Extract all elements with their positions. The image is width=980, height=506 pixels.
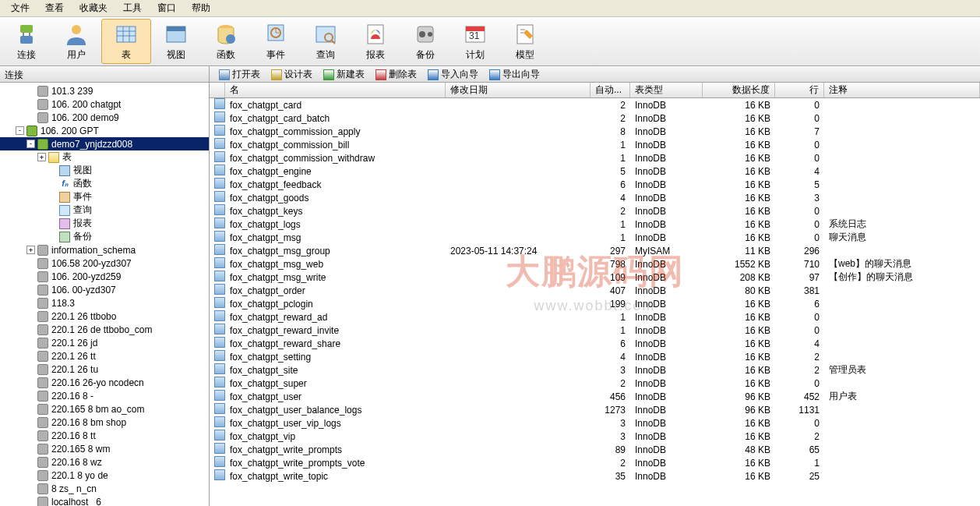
column-header[interactable]: 注释 — [824, 83, 980, 97]
table-row[interactable]: fox_chatgpt_write_prompts_vote2InnoDB16 … — [210, 456, 980, 469]
table-row[interactable]: fox_chatgpt_msg1InnoDB16 KB0聊天消息 — [210, 231, 980, 244]
tree-item[interactable]: +表 — [0, 150, 209, 164]
tree-item[interactable]: 220.16 8 tt — [0, 429, 209, 442]
toolbar-连接[interactable]: 连接 — [2, 19, 51, 64]
tree-item[interactable]: 106. 200-yzd259 — [0, 270, 209, 283]
table-row[interactable]: fox_chatgpt_feedback6InnoDB16 KB5 — [210, 178, 980, 191]
tree-item[interactable]: 220.16 26-yo ncodecn — [0, 376, 209, 389]
toolbar-模型[interactable]: 模型 — [500, 19, 550, 64]
tree-item[interactable]: 220.1 26 tu — [0, 363, 209, 376]
column-header[interactable]: 数据长度 — [703, 83, 775, 97]
tree-item[interactable]: 查询 — [0, 203, 209, 217]
table-row[interactable]: fox_chatgpt_commission_bill1InnoDB16 KB0 — [210, 138, 980, 151]
table-row[interactable]: fox_chatgpt_setting4InnoDB16 KB2 — [210, 350, 980, 363]
column-header[interactable]: 名 — [225, 83, 446, 97]
subtb-打开表[interactable]: 打开表 — [214, 67, 265, 82]
subtb-导入向导[interactable]: 导入向导 — [423, 67, 483, 82]
tree-toggler[interactable]: - — [16, 126, 24, 135]
tree-item[interactable]: 220.1 26 tt — [0, 349, 209, 363]
toolbar-查询[interactable]: 查询 — [301, 19, 351, 64]
table-row[interactable]: fox_chatgpt_write_topic35InnoDB16 KB25 — [210, 469, 980, 483]
table-row[interactable]: fox_chatgpt_reward_ad1InnoDB16 KB0 — [210, 310, 980, 324]
tree-item[interactable]: 106. 200 chatgpt — [0, 97, 209, 111]
tree-toggler[interactable]: - — [26, 140, 35, 148]
tree-item[interactable]: 106. 00-yzd307 — [0, 283, 209, 296]
toolbar-计划[interactable]: 31计划 — [450, 19, 500, 64]
column-header[interactable]: 自动... — [590, 83, 630, 97]
column-header[interactable]: 修改日期 — [446, 83, 590, 97]
tree-item[interactable]: 8 zs_ n_cn — [0, 482, 209, 495]
table-cell — [210, 244, 225, 257]
menu-item-1[interactable]: 查看 — [37, 0, 72, 16]
table-row[interactable]: fox_chatgpt_vip3InnoDB16 KB2 — [210, 430, 980, 443]
menu-item-3[interactable]: 工具 — [115, 0, 150, 16]
table-row[interactable]: fox_chatgpt_goods4InnoDB16 KB3 — [210, 191, 980, 204]
table-list[interactable]: 大鹏源码网 www.wobbt.com fox_chatgpt_card2Inn… — [210, 98, 980, 506]
tree-item[interactable]: 106.58 200-yzd307 — [0, 257, 209, 270]
table-row[interactable]: fox_chatgpt_site3InnoDB16 KB2管理员表 — [210, 363, 980, 377]
connection-tree[interactable]: 101.3 239106. 200 chatgpt106. 200 demo9-… — [0, 83, 209, 506]
tree-item[interactable]: 报表 — [0, 217, 209, 230]
subtb-删除表[interactable]: 删除表 — [371, 67, 421, 82]
table-row[interactable]: fox_chatgpt_card_batch2InnoDB16 KB0 — [210, 111, 980, 125]
toolbar-函数[interactable]: 函数 — [201, 19, 251, 64]
tree-item[interactable]: 220.16 8 - — [0, 389, 209, 402]
table-row[interactable]: fox_chatgpt_msg_group2023-05-11 14:37:24… — [210, 244, 980, 257]
menu-item-0[interactable]: 文件 — [3, 0, 37, 16]
column-header[interactable]: 表类型 — [630, 83, 703, 97]
table-row[interactable]: fox_chatgpt_msg_write109InnoDB208 KB97【创… — [210, 271, 980, 284]
tree-item[interactable]: -106. 200 GPT — [0, 124, 209, 137]
tree-item[interactable]: 106. 200 demo9 — [0, 111, 209, 124]
table-row[interactable]: fox_chatgpt_engine5InnoDB16 KB4 — [210, 165, 980, 178]
toolbar-报表[interactable]: 报表 — [351, 19, 400, 64]
table-row[interactable]: fox_chatgpt_commission_withdraw1InnoDB16… — [210, 151, 980, 165]
column-header[interactable]: 行 — [775, 83, 824, 97]
tree-item[interactable]: 视图 — [0, 164, 209, 177]
tree-item[interactable]: -demo7_ynjdzzd008 — [0, 137, 209, 150]
subtb-新建表[interactable]: 新建表 — [319, 67, 369, 82]
tree-item[interactable]: 220.1 8 yo de — [0, 469, 209, 482]
menu-item-2[interactable]: 收藏夹 — [72, 0, 115, 16]
toolbar-用户[interactable]: 用户 — [51, 19, 101, 64]
tree-item[interactable]: 220.165 8 wm — [0, 442, 209, 455]
toolbar-icon — [64, 22, 89, 47]
toolbar-备份[interactable]: 备份 — [400, 19, 450, 64]
table-row[interactable]: fox_chatgpt_super2InnoDB16 KB0 — [210, 377, 980, 390]
tree-item[interactable]: 101.3 239 — [0, 84, 209, 97]
tree-item[interactable]: +information_schema — [0, 243, 209, 257]
toolbar-表[interactable]: 表 — [101, 19, 151, 64]
table-row[interactable]: fox_chatgpt_write_prompts89InnoDB48 KB65 — [210, 443, 980, 456]
subtb-设计表[interactable]: 设计表 — [266, 67, 317, 82]
table-row[interactable]: fox_chatgpt_pclogin199InnoDB16 KB6 — [210, 297, 980, 310]
tree-item[interactable]: 220.165 8 bm ao_com — [0, 402, 209, 416]
subtb-导出向导[interactable]: 导出向导 — [485, 67, 545, 82]
table-row[interactable]: fox_chatgpt_logs1InnoDB16 KB0系统日志 — [210, 218, 980, 231]
table-row[interactable]: fox_chatgpt_reward_invite1InnoDB16 KB0 — [210, 324, 980, 337]
menu-item-5[interactable]: 帮助 — [184, 0, 218, 16]
tree-item[interactable]: fₙ函数 — [0, 177, 209, 190]
table-row[interactable]: fox_chatgpt_user_vip_logs3InnoDB16 KB0 — [210, 416, 980, 430]
tree-item[interactable]: 118.3 — [0, 296, 209, 310]
tree-item[interactable]: 220.1 26 jd — [0, 336, 209, 349]
toolbar-视图[interactable]: 视图 — [151, 19, 201, 64]
tree-item[interactable]: 220.16 8 bm shop — [0, 416, 209, 429]
table-row[interactable]: fox_chatgpt_order407InnoDB80 KB381 — [210, 284, 980, 297]
tree-item[interactable]: 220.1 26 ttbobo — [0, 310, 209, 323]
table-row[interactable]: fox_chatgpt_msg_web798InnoDB1552 KB710【w… — [210, 257, 980, 271]
column-header[interactable] — [210, 83, 225, 97]
table-row[interactable]: fox_chatgpt_card2InnoDB16 KB0 — [210, 98, 980, 111]
tree-item[interactable]: 事件 — [0, 190, 209, 203]
table-row[interactable]: fox_chatgpt_keys2InnoDB16 KB0 — [210, 204, 980, 218]
toolbar-事件[interactable]: 事件 — [251, 19, 301, 64]
tree-toggler[interactable]: + — [37, 153, 46, 161]
table-row[interactable]: fox_chatgpt_user456InnoDB96 KB452用户表 — [210, 390, 980, 403]
menu-item-4[interactable]: 窗口 — [150, 0, 184, 16]
tree-item[interactable]: 220.1 26 de ttbobo_com — [0, 323, 209, 336]
tree-item[interactable]: 220.16 8 wz — [0, 455, 209, 469]
table-row[interactable]: fox_chatgpt_commission_apply8InnoDB16 KB… — [210, 125, 980, 138]
table-row[interactable]: fox_chatgpt_user_balance_logs1273InnoDB9… — [210, 403, 980, 416]
tree-item[interactable]: 备份 — [0, 230, 209, 243]
tree-item[interactable]: localhost_ 6 — [0, 495, 209, 506]
tree-toggler[interactable]: + — [26, 246, 35, 254]
table-row[interactable]: fox_chatgpt_reward_share6InnoDB16 KB4 — [210, 337, 980, 350]
